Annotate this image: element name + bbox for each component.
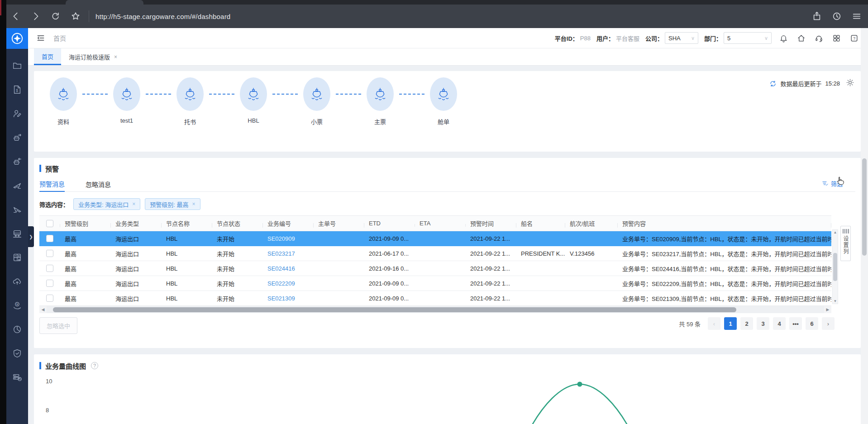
app-header: 首页 平台ID： P88 用户： 平台客服 公司： SHA ∨ 部门： 5: [28, 28, 868, 48]
page-ellipsis[interactable]: •••: [789, 317, 802, 330]
column-settings-tab[interactable]: 设置列: [840, 226, 851, 261]
close-icon[interactable]: ×: [192, 201, 196, 207]
tab-alert-messages[interactable]: 预警消息: [39, 176, 65, 192]
help-icon[interactable]: ?: [848, 32, 860, 44]
next-page-button[interactable]: ›: [822, 317, 835, 330]
page-button-1[interactable]: 1: [724, 317, 737, 330]
sidebar-expand-handle[interactable]: ❯: [28, 226, 34, 247]
home-icon[interactable]: [795, 32, 807, 44]
biz-no-link[interactable]: SE024416: [263, 265, 314, 272]
headset-icon[interactable]: [813, 32, 825, 44]
page-button-4[interactable]: 4: [773, 317, 786, 330]
sidebar-item-customer-icon[interactable]: [6, 101, 28, 125]
tab-sea-booking[interactable]: 海运订舱极速版 ×: [61, 48, 125, 65]
sidebar-item-folder-icon[interactable]: [6, 53, 28, 77]
scroll-down-icon[interactable]: ▼: [834, 299, 837, 303]
table-header-row: 预警级别 业务类型 节点名称 节点状态 业务编号 主单号 ETD ETA 预警时…: [39, 216, 831, 231]
workflow-node[interactable]: 小票: [303, 77, 331, 126]
sidebar-item-air-import-icon[interactable]: [6, 197, 28, 221]
sidebar-item-finance-icon[interactable]: ¥: [6, 293, 28, 317]
biz-no-link[interactable]: SE022209: [263, 280, 314, 287]
sidebar-item-shield-icon[interactable]: [6, 341, 28, 365]
sidebar-item-accounting-icon[interactable]: [6, 245, 28, 269]
chart-title: 业务量曲线图: [45, 361, 86, 371]
table-row[interactable]: 最高 海运出口 HBL 未开始 SE021309 2021-09-09 0...…: [39, 291, 831, 306]
scroll-right-icon[interactable]: ▶: [824, 306, 831, 313]
compass-logo-icon[interactable]: [6, 28, 28, 49]
sidebar-item-archive-clock-icon[interactable]: [6, 365, 28, 389]
workflow-node[interactable]: 托书: [176, 77, 204, 126]
page-scrollbar[interactable]: [861, 28, 868, 424]
table-row[interactable]: 最高 海运出口 HBL 未开始 SE023217 2021-06-17 0...…: [39, 246, 831, 261]
gear-icon[interactable]: [846, 78, 854, 87]
ignore-selected-button[interactable]: 忽略选中: [39, 317, 77, 334]
filter-label: 筛选内容：: [39, 200, 69, 209]
chart-section-header: 业务量曲线图 ?: [39, 359, 855, 372]
tab-ignored-messages[interactable]: 忽略消息: [86, 176, 111, 192]
back-icon[interactable]: [9, 10, 23, 23]
sidebar-item-invoice-icon[interactable]: $: [6, 77, 28, 101]
company-select[interactable]: SHA ∨: [665, 32, 698, 44]
table-row[interactable]: 最高 海运出口 HBL 未开始 SE024416 2021-09-16 0...…: [39, 261, 831, 276]
tab-home[interactable]: 首页: [34, 48, 61, 65]
bell-icon[interactable]: [777, 32, 789, 44]
sidebar-item-rail-icon[interactable]: [6, 221, 28, 245]
select-all-checkbox[interactable]: [39, 220, 60, 227]
svg-text:?: ?: [853, 36, 855, 40]
scroll-left-icon[interactable]: ◀: [39, 306, 47, 313]
workflow-node[interactable]: 主票: [366, 77, 394, 126]
table-vertical-scrollbar[interactable]: ▲ ▼: [832, 229, 838, 304]
reload-icon[interactable]: [49, 10, 62, 23]
collapse-menu-icon[interactable]: [36, 33, 45, 43]
filter-tag-biz-type[interactable]: 业务类型: 海运出口 ×: [73, 198, 140, 210]
menu-icon[interactable]: [850, 10, 863, 23]
scrollbar-thumb[interactable]: [833, 253, 837, 281]
row-checkbox[interactable]: [39, 280, 60, 287]
ship-icon: [372, 86, 388, 102]
forward-icon[interactable]: [29, 10, 43, 23]
ship-icon: [119, 86, 135, 102]
alerts-card: 预警 预警消息 忽略消息 筛选 筛选内容： 业务类型: 海运出口 ×: [34, 158, 861, 348]
filter-tag-level[interactable]: 预警级别: 最高 ×: [145, 198, 200, 210]
workflow-node[interactable]: 资料: [49, 77, 77, 126]
table-row[interactable]: 最高 海运出口 HBL 未开始 SE020909 2021-09-09 0...…: [39, 231, 831, 246]
sidebar-item-pie-chart-icon[interactable]: [6, 317, 28, 341]
page-button-2[interactable]: 2: [740, 317, 753, 330]
biz-no-link[interactable]: SE021309: [263, 295, 314, 302]
chevron-down-icon: ∨: [687, 35, 695, 41]
workflow-node[interactable]: test1: [113, 77, 141, 126]
biz-no-link[interactable]: SE023217: [263, 250, 314, 257]
scrollbar-thumb[interactable]: [53, 307, 736, 312]
browser-tab[interactable]: [66, 0, 143, 5]
close-icon[interactable]: ×: [114, 54, 117, 60]
workflow-node[interactable]: HBL: [239, 77, 267, 126]
workflow-node[interactable]: 舱单: [429, 77, 458, 126]
table-row[interactable]: 最高 海运出口 HBL 未开始 SE022209 2021-09-09 0...…: [39, 276, 831, 291]
horizontal-scrollbar[interactable]: ◀ ▶: [39, 306, 831, 313]
sidebar-item-sea-export-icon[interactable]: [6, 125, 28, 149]
page-button-6[interactable]: 6: [806, 317, 818, 330]
scroll-up-icon[interactable]: ▲: [834, 230, 837, 234]
share-icon[interactable]: [810, 10, 824, 23]
biz-no-link[interactable]: SE020909: [263, 235, 314, 242]
filter-icon: [822, 180, 829, 187]
sidebar-item-sea-import-icon[interactable]: [6, 149, 28, 173]
breadcrumb: 首页: [53, 33, 66, 43]
row-checkbox[interactable]: [39, 250, 60, 257]
dept-select[interactable]: 5 ∨: [724, 32, 772, 44]
url-bar[interactable]: http://h5-stage.cargoware.com/#/dashboar…: [95, 13, 230, 20]
sidebar-item-cloud-upload-icon[interactable]: [6, 269, 28, 293]
history-icon[interactable]: [830, 10, 844, 23]
bookmark-star-icon[interactable]: [69, 10, 82, 23]
scrollbar-thumb[interactable]: [862, 158, 867, 256]
page-button-3[interactable]: 3: [757, 317, 769, 330]
close-icon[interactable]: ×: [132, 201, 135, 207]
row-checkbox[interactable]: [39, 235, 60, 242]
chevron-down-icon: ∨: [761, 35, 768, 41]
apps-grid-icon[interactable]: [830, 32, 842, 44]
help-circle-icon[interactable]: ?: [91, 362, 98, 369]
row-checkbox[interactable]: [39, 265, 60, 272]
prev-page-button[interactable]: ‹: [708, 317, 720, 330]
sidebar-item-air-export-icon[interactable]: [6, 173, 28, 197]
row-checkbox[interactable]: [39, 295, 60, 302]
